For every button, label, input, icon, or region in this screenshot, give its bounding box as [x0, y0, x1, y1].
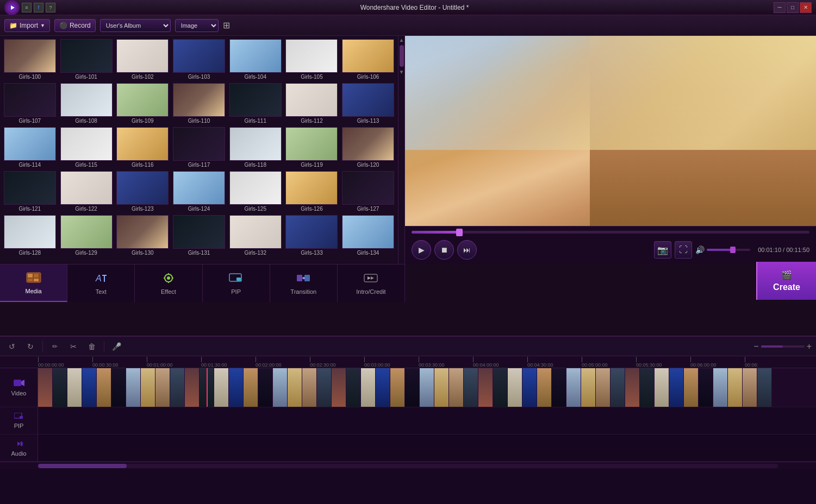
media-item-32[interactable]: Girls-132 — [228, 214, 283, 257]
tab-media[interactable]: Media — [0, 264, 67, 302]
redo-button[interactable]: ↻ — [23, 339, 38, 354]
ruler-tick-4 — [256, 357, 256, 362]
cut-button[interactable]: ✂ — [66, 339, 81, 354]
undo-button[interactable]: ↺ — [4, 339, 20, 354]
tab-transition[interactable]: Transition — [270, 264, 338, 302]
taskbar-btn[interactable]: ≡ — [22, 3, 32, 12]
media-thumb-9 — [116, 83, 169, 117]
media-item-18[interactable]: Girls-118 — [228, 126, 283, 169]
fullscreen-button[interactable]: ⛶ — [675, 241, 692, 259]
volume-handle[interactable] — [730, 247, 736, 253]
horizontal-scrollbar[interactable] — [38, 464, 778, 468]
media-thumb-21 — [4, 171, 56, 205]
media-item-14[interactable]: Girls-114 — [2, 126, 58, 169]
media-type-select[interactable]: Image Video Audio — [175, 19, 219, 32]
media-item-12[interactable]: Girls-112 — [284, 82, 340, 125]
media-label-25: Girls-125 — [244, 206, 266, 212]
zoom-out-button[interactable]: − — [753, 342, 758, 351]
scroll-thumb[interactable] — [400, 45, 404, 67]
scroll-thumb-h[interactable] — [38, 464, 127, 468]
help-btn[interactable]: ? — [46, 3, 55, 12]
progress-handle[interactable] — [456, 229, 463, 236]
media-item-26[interactable]: Girls-126 — [284, 170, 340, 213]
media-item-15[interactable]: Girls-115 — [59, 126, 114, 169]
media-item-16[interactable]: Girls-116 — [115, 126, 170, 169]
snapshot-button[interactable]: 📷 — [654, 241, 671, 259]
pip-track-content[interactable] — [38, 407, 816, 434]
ruler-tick-12 — [690, 357, 691, 362]
create-button[interactable]: 🎬 Create — [756, 262, 816, 300]
edit-button[interactable]: ✏ — [47, 339, 63, 354]
next-frame-button[interactable]: ⏭ — [457, 240, 477, 260]
clip-frame-17 — [288, 368, 302, 407]
media-item-9[interactable]: Girls-109 — [115, 82, 170, 125]
media-item-29[interactable]: Girls-129 — [59, 214, 114, 257]
close-button[interactable]: ✕ — [800, 2, 812, 13]
media-item-30[interactable]: Girls-130 — [115, 214, 170, 257]
media-item-8[interactable]: Girls-108 — [59, 82, 114, 125]
ruler-label-13: 00:06: — [745, 362, 758, 368]
tab-intro[interactable]: Intro/Credit — [338, 264, 405, 302]
media-item-22[interactable]: Girls-122 — [59, 170, 114, 213]
mic-button[interactable]: 🎤 — [109, 339, 124, 354]
ruler-tick-5 — [310, 357, 310, 362]
audio-track-content[interactable] — [38, 434, 816, 461]
media-item-23[interactable]: Girls-123 — [115, 170, 170, 213]
album-select[interactable]: User's Album — [100, 19, 171, 32]
progress-bar[interactable] — [412, 231, 809, 234]
media-item-24[interactable]: Girls-124 — [171, 170, 227, 213]
media-item-1[interactable]: Girls-101 — [59, 38, 114, 81]
media-item-13[interactable]: Girls-113 — [340, 82, 396, 125]
play-button[interactable]: ▶ — [412, 240, 431, 260]
media-item-10[interactable]: Girls-110 — [171, 82, 227, 125]
tab-text[interactable]: A Text — [67, 264, 135, 302]
media-item-3[interactable]: Girls-103 — [171, 38, 227, 81]
media-item-5[interactable]: Girls-105 — [284, 38, 340, 81]
media-item-19[interactable]: Girls-119 — [284, 126, 340, 169]
video-track-content[interactable] — [38, 368, 816, 407]
record-button[interactable]: ⚫ Record — [54, 19, 96, 32]
media-item-0[interactable]: Girls-100 — [2, 38, 58, 81]
svg-rect-24 — [20, 416, 23, 419]
tab-pip[interactable]: PIP — [203, 264, 270, 302]
volume-slider[interactable] — [707, 249, 750, 251]
stop-button[interactable]: ⏹ — [434, 240, 454, 260]
media-label-9: Girls-109 — [132, 118, 154, 124]
media-label-29: Girls-129 — [75, 250, 97, 256]
media-item-28[interactable]: Girls-128 — [2, 214, 58, 257]
delete-button[interactable]: 🗑 — [84, 339, 99, 354]
media-item-2[interactable]: Girls-102 — [115, 38, 170, 81]
import-button[interactable]: 📁 Import ▼ — [4, 19, 50, 32]
media-item-7[interactable]: Girls-107 — [2, 82, 58, 125]
media-item-11[interactable]: Girls-111 — [228, 82, 283, 125]
media-item-17[interactable]: Girls-117 — [171, 126, 227, 169]
scroll-down-arrow[interactable]: ▼ — [399, 69, 404, 75]
media-item-31[interactable]: Girls-131 — [171, 214, 227, 257]
zoom-slider[interactable] — [761, 345, 805, 348]
minimize-button[interactable]: ─ — [774, 2, 786, 13]
ruler-tick-2 — [147, 357, 147, 362]
media-item-6[interactable]: Girls-106 — [340, 38, 396, 81]
svg-marker-20 — [371, 276, 374, 280]
zoom-in-button[interactable]: + — [807, 342, 812, 351]
media-thumb-4 — [229, 39, 282, 73]
media-item-33[interactable]: Girls-133 — [284, 214, 340, 257]
media-item-21[interactable]: Girls-121 — [2, 170, 58, 213]
audio-track-label: Audio — [0, 434, 38, 461]
media-item-25[interactable]: Girls-125 — [228, 170, 283, 213]
grid-view-icon[interactable]: ⊞ — [223, 20, 230, 30]
maximize-button[interactable]: □ — [787, 2, 799, 13]
timeline-tracks: Video PIP — [0, 368, 816, 462]
media-scrollbar[interactable]: ▲ ▼ — [398, 36, 404, 264]
media-label-21: Girls-121 — [19, 206, 41, 212]
scroll-up-arrow[interactable]: ▲ — [399, 37, 404, 43]
media-item-4[interactable]: Girls-104 — [228, 38, 283, 81]
media-item-20[interactable]: Girls-120 — [340, 126, 396, 169]
tab-effect[interactable]: Effect — [135, 264, 202, 302]
fb-btn[interactable]: f — [34, 3, 43, 12]
media-item-27[interactable]: Girls-127 — [340, 170, 396, 213]
clip-frame-21 — [346, 368, 361, 407]
audio-track-icon — [15, 439, 23, 449]
media-item-34[interactable]: Girls-134 — [340, 214, 396, 257]
volume-icon[interactable]: 🔊 — [695, 245, 705, 254]
